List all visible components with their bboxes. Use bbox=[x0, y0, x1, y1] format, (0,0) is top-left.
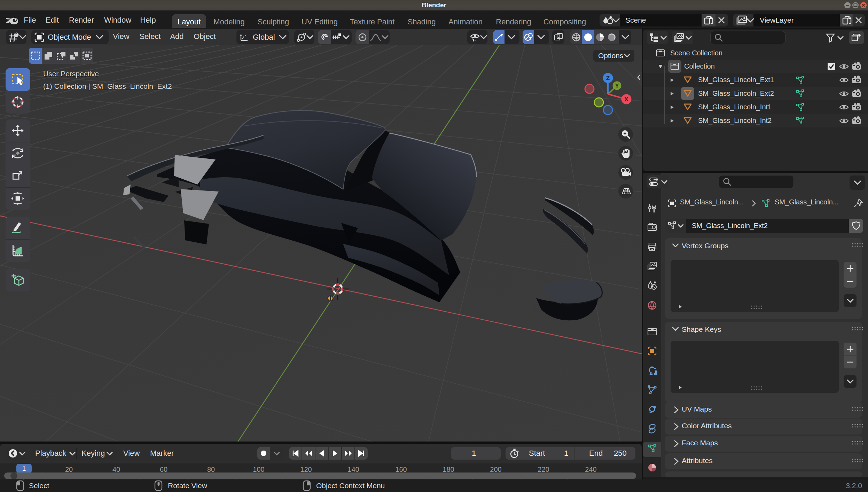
svg-text:Y: Y bbox=[615, 83, 619, 89]
svg-text:Z: Z bbox=[606, 75, 610, 81]
svg-text:X: X bbox=[624, 96, 628, 103]
